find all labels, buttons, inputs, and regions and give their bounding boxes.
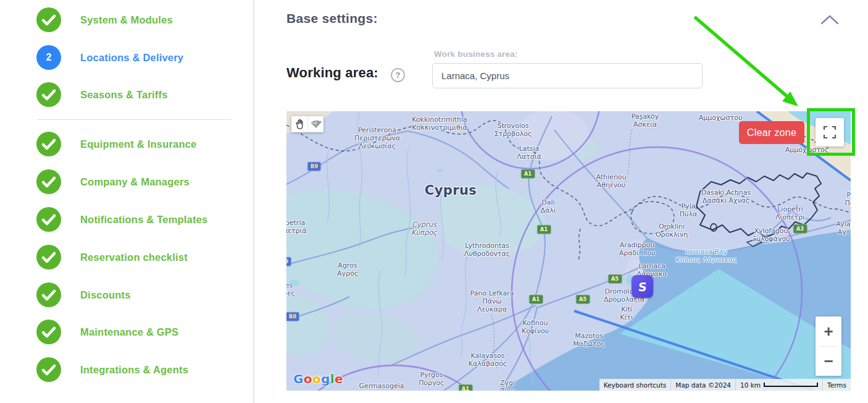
map-scale: 10 km [735,379,822,391]
working-area-label: Working area: [286,65,378,81]
setup-steps-sidebar: System & Modules2Locations & DeliverySea… [0,0,253,403]
map-artwork [286,111,851,391]
google-logo-letter: o [312,371,321,386]
sidebar-item-system-modules[interactable]: System & Modules [36,7,173,32]
chevron-up-icon [819,13,841,28]
sidebar-item-integrations-agents[interactable]: Integrations & Agents [36,357,188,382]
keyboard-shortcuts-link[interactable]: Keyboard shortcuts [599,379,671,391]
sidebar-item-reservation-checklist[interactable]: Reservation checklist [36,245,188,269]
check-icon [36,207,61,232]
sidebar-item-label: Seasons & Tariffs [80,89,168,101]
check-icon [36,169,61,194]
sidebar-item-label: Locations & Delivery [80,52,183,64]
clear-zone-button[interactable]: Clear zone [739,121,804,144]
map-zoom-control: + − [816,316,841,376]
sidebar-item-locations-delivery[interactable]: 2Locations & Delivery [36,45,183,70]
step-number-badge: 2 [36,45,61,70]
sidebar-item-label: Equipment & Insurance [80,138,196,150]
zoom-in-button[interactable]: + [816,316,841,346]
sidebar-item-maintenance-gps[interactable]: Maintenance & GPS [36,320,178,344]
sidebar-item-seasons-tariffs[interactable]: Seasons & Tariffs [36,82,168,107]
google-logo-letter: o [304,371,312,386]
sidebar-item-label: System & Modules [80,14,173,26]
check-icon [36,7,61,32]
work-business-area-label: Work business area: [434,49,518,59]
terms-link[interactable]: Terms [822,379,851,391]
sidebar-group-divider [37,119,232,120]
sidebar-item-label: Discounts [80,289,131,301]
draw-polygon-tool[interactable] [307,116,323,132]
fullscreen-icon [823,125,837,139]
map-scale-text: 10 km [740,381,761,389]
fullscreen-button[interactable] [816,118,844,146]
map-attribution-bar: Keyboard shortcuts Map data ©2024 10 km … [599,379,851,391]
sidebar-item-discounts[interactable]: Discounts [36,282,131,307]
sidebar-item-label: Notifications & Templates [80,214,207,226]
check-icon [36,245,61,269]
google-logo-letter: l [330,371,335,386]
sidebar-item-notifications-templates[interactable]: Notifications & Templates [36,207,207,232]
sidebar-item-company-managers[interactable]: Company & Managers [36,169,190,194]
settings-page: System & Modules2Locations & DeliverySea… [0,0,868,403]
marker-logo: S [638,280,648,294]
check-icon [36,357,61,382]
check-icon [36,320,61,344]
work-business-area-input[interactable] [432,63,703,88]
sidebar-item-equipment-insurance[interactable]: Equipment & Insurance [36,132,196,156]
polygon-icon [310,120,322,129]
google-logo[interactable]: Google [293,371,343,386]
google-logo-letter: G [293,371,304,386]
google-logo-letter: g [321,371,330,386]
check-icon [36,82,61,107]
collapse-section-button[interactable] [819,13,841,28]
map-data-copyright: Map data ©2024 [670,379,735,391]
sidebar-item-label: Integrations & Agents [80,364,188,376]
company-location-marker[interactable]: S [632,275,653,298]
pan-hand-tool[interactable] [291,116,307,132]
google-map[interactable]: KokkinotrimithiaΚοκκινοτριμιθιάPeristero… [286,111,851,391]
hand-icon [294,119,305,130]
map-draw-tools [291,116,323,132]
check-icon [36,132,61,156]
check-icon [36,282,61,307]
sidebar-item-label: Company & Managers [80,176,190,188]
sidebar-item-label: Maintenance & GPS [80,326,178,338]
map-scale-bar [764,383,818,387]
zoom-out-button[interactable]: − [816,347,841,376]
section-title: Base settings: [286,11,378,26]
help-icon[interactable]: ? [391,68,405,82]
google-logo-letter: e [335,371,343,386]
sidebar-divider-line [253,0,254,403]
sidebar-item-label: Reservation checklist [80,252,188,263]
